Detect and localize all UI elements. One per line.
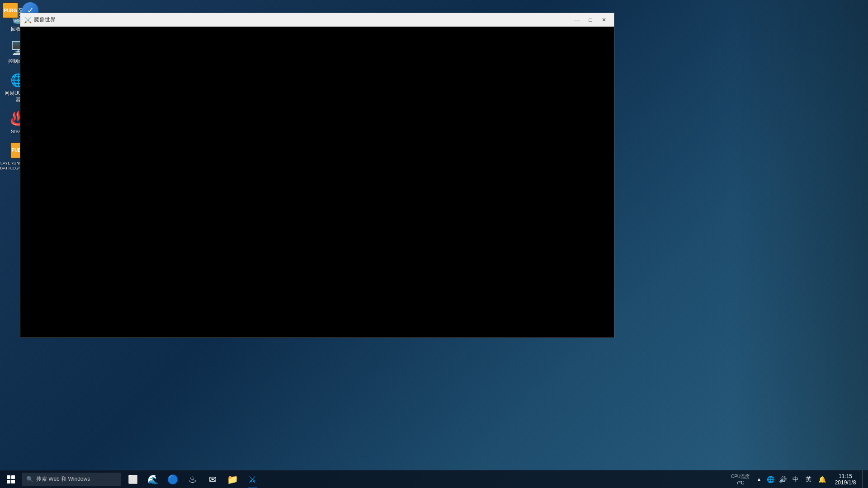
mail-button[interactable]: ✉ (203, 470, 222, 488)
expand-tray-icon: ▲ (756, 477, 762, 482)
windows-logo-icon (7, 475, 15, 483)
start-button[interactable] (0, 470, 22, 488)
explorer-icon: 📁 (227, 474, 238, 485)
language-button[interactable]: 英 (802, 470, 815, 488)
cpu-temp-label: CPU温度 (731, 474, 750, 480)
notification-button[interactable]: 🔔 (816, 470, 829, 488)
wow-window: ⚔️ 魔兽世界 — □ ✕ (20, 13, 614, 338)
volume-button[interactable]: 🔊 (777, 470, 788, 488)
minimize-button[interactable]: — (571, 15, 583, 25)
search-placeholder: 搜索 Web 和 Windows (36, 475, 90, 483)
cpu-temp-value: 7°C (736, 480, 744, 485)
wow-taskbar-icon: ⚔ (248, 474, 256, 485)
clock-time: 11:15 (839, 473, 852, 479)
window-icon: ⚔️ (24, 16, 31, 23)
taskbar-right: CPU温度 7°C ▲ 🌐 🔊 中 英 (727, 470, 868, 488)
clock-date: 2019/1/8 (835, 479, 856, 486)
show-desktop-button[interactable] (862, 470, 866, 488)
taskbar-apps: ⬜ 🌊 🔵 ♨ ✉ 📁 ⚔ (123, 470, 262, 488)
taskbar: 🔍 搜索 Web 和 Windows ⬜ 🌊 🔵 ♨ ✉ 📁 (0, 470, 868, 488)
titlebar-controls: — □ ✕ (571, 15, 610, 25)
ime-icon: 中 (791, 475, 800, 483)
edge-icon: 🌊 (147, 474, 159, 485)
network-button[interactable]: 🌐 (765, 470, 776, 488)
tray-expand-button[interactable]: ▲ (754, 470, 764, 488)
mail-icon: ✉ (209, 474, 217, 485)
explorer-button[interactable]: 📁 (222, 470, 242, 488)
pubg-top-icon-img: PUBG (2, 2, 19, 19)
task-view-button[interactable]: ⬜ (123, 470, 143, 488)
network-icon: 🌐 (767, 476, 774, 483)
ime-button[interactable]: 中 (789, 470, 802, 488)
pubg-top-icon[interactable]: PUBG (2, 2, 19, 19)
desktop: 🗑️ 回收站 🖥️ 控制面板 🌐 网易UU加速器 ♨️ Steam PUBG P… (0, 0, 868, 488)
titlebar-left: ⚔️ 魔兽世界 (24, 16, 56, 23)
notification-icon: 🔔 (817, 475, 827, 484)
steam-taskbar-button[interactable]: ♨ (183, 470, 203, 488)
maximize-button[interactable]: □ (584, 15, 597, 25)
wow-taskbar-button[interactable]: ⚔ (242, 470, 262, 488)
edge-button[interactable]: 🌊 (143, 470, 163, 488)
volume-icon: 🔊 (779, 476, 787, 483)
language-icon: 英 (804, 475, 813, 483)
task-view-icon: ⬜ (128, 474, 138, 484)
close-button[interactable]: ✕ (598, 15, 610, 25)
cpu-temp-indicator[interactable]: CPU温度 7°C (727, 470, 753, 488)
taskbar-search[interactable]: 🔍 搜索 Web 和 Windows (22, 473, 121, 486)
ie-button[interactable]: 🔵 (163, 470, 183, 488)
window-titlebar: ⚔️ 魔兽世界 — □ ✕ (20, 13, 614, 27)
window-content (20, 27, 614, 338)
search-icon: 🔍 (26, 476, 33, 483)
steam-taskbar-icon: ♨ (189, 474, 197, 485)
taskbar-clock[interactable]: 11:15 2019/1/8 (830, 470, 861, 488)
ie-icon: 🔵 (167, 474, 179, 485)
window-title: 魔兽世界 (34, 16, 56, 23)
